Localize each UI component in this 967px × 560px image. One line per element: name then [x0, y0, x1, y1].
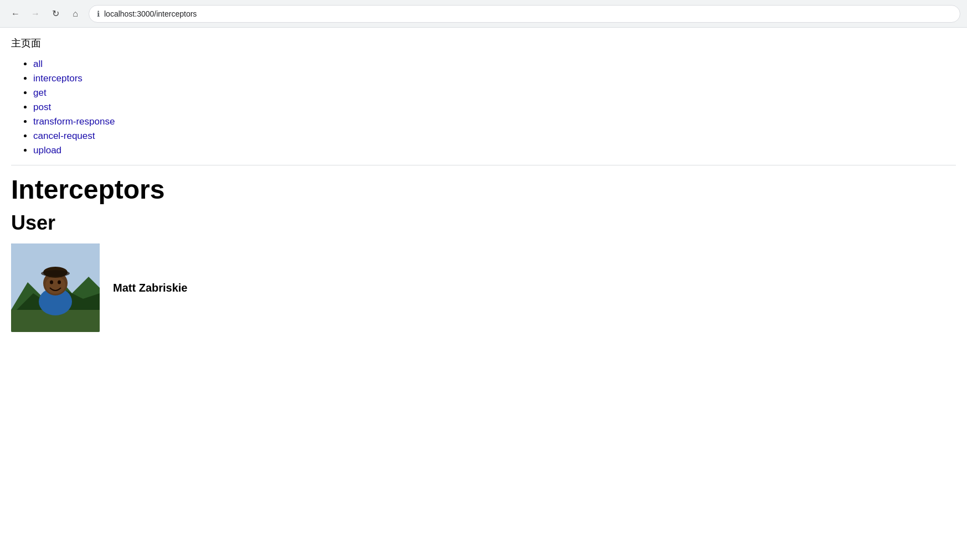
url-text: localhost:3000/interceptors	[104, 9, 197, 18]
info-icon: ℹ	[97, 9, 100, 18]
section-title: User	[11, 211, 956, 235]
svg-point-6	[45, 276, 65, 294]
avatar	[11, 243, 100, 332]
svg-point-7	[50, 281, 53, 284]
home-link[interactable]: 主页面	[11, 37, 956, 50]
nav-link-get[interactable]: get	[33, 87, 47, 98]
nav-list: allinterceptorsgetposttransform-response…	[11, 59, 956, 156]
nav-buttons: ← → ↻ ⌂	[7, 5, 84, 23]
nav-link-post[interactable]: post	[33, 102, 51, 112]
forward-button[interactable]: →	[27, 5, 44, 23]
browser-chrome: ← → ↻ ⌂ ℹ localhost:3000/interceptors	[0, 0, 967, 28]
nav-link-all[interactable]: all	[33, 59, 43, 69]
page-content: 主页面 allinterceptorsgetposttransform-resp…	[0, 28, 967, 341]
home-button[interactable]: ⌂	[66, 5, 84, 23]
nav-link-transform-response[interactable]: transform-response	[33, 116, 115, 127]
nav-link-interceptors[interactable]: interceptors	[33, 73, 83, 84]
refresh-button[interactable]: ↻	[47, 5, 64, 23]
svg-point-10	[41, 270, 70, 277]
user-name: Matt Zabriskie	[113, 282, 187, 294]
user-card: Matt Zabriskie	[11, 243, 956, 332]
address-bar[interactable]: ℹ localhost:3000/interceptors	[89, 5, 960, 23]
back-button[interactable]: ←	[7, 5, 24, 23]
nav-link-cancel-request[interactable]: cancel-request	[33, 131, 95, 141]
nav-link-upload[interactable]: upload	[33, 145, 61, 155]
svg-point-8	[58, 281, 61, 284]
divider	[11, 165, 956, 165]
page-title: Interceptors	[11, 174, 956, 205]
